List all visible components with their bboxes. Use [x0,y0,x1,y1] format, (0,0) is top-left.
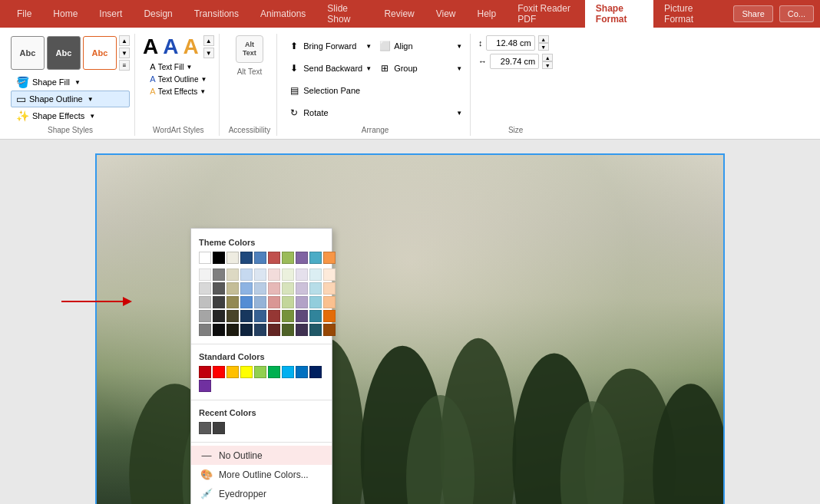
eyedropper-item[interactable]: 💉 Eyedropper [191,484,332,503]
tab-slideshow[interactable]: Slide Show [316,0,373,28]
tab-foxit[interactable]: Foxit Reader PDF [507,0,585,28]
theme-tint-swatch[interactable] [240,310,253,322]
group-button[interactable]: ⊞ Group ▼ [375,58,465,79]
theme-tint-swatch[interactable] [240,296,253,308]
theme-tint-swatch[interactable] [254,268,266,281]
standard-swatch[interactable] [199,380,211,392]
shape-style-2[interactable]: Abc [47,36,81,70]
height-down[interactable]: ▼ [538,43,549,51]
theme-tint-swatch[interactable] [213,282,225,295]
theme-tint-swatch[interactable] [268,268,280,281]
theme-tint-swatch[interactable] [240,324,253,336]
theme-tint-swatch[interactable] [199,296,211,308]
theme-tint-swatch[interactable] [268,282,280,295]
theme-swatch[interactable] [282,252,294,264]
theme-tint-swatch[interactable] [323,296,336,308]
theme-tint-swatch[interactable] [240,268,253,281]
theme-swatch[interactable] [268,252,280,264]
tab-design[interactable]: Design [133,0,183,28]
theme-tint-swatch[interactable] [199,324,211,336]
tab-insert[interactable]: Insert [88,0,133,28]
theme-swatch[interactable] [199,252,211,264]
theme-tint-swatch[interactable] [213,296,225,308]
standard-swatch[interactable] [296,366,308,378]
theme-tint-swatch[interactable] [309,296,322,308]
theme-swatch[interactable] [226,252,239,264]
theme-tint-swatch[interactable] [323,268,336,281]
height-input[interactable] [486,35,535,51]
theme-tint-swatch[interactable] [296,268,308,281]
standard-swatch[interactable] [199,366,211,378]
theme-tint-swatch[interactable] [282,296,294,308]
text-outline-button[interactable]: A Text Outline ▼ [147,74,210,84]
shape-style-1[interactable]: Abc [11,36,45,70]
tab-shape-format[interactable]: Shape Format [585,0,653,28]
theme-tint-swatch[interactable] [296,282,308,295]
standard-swatch[interactable] [213,366,225,378]
tab-picture-format[interactable]: Picture Format [653,0,721,28]
tab-animations[interactable]: Animations [250,0,316,28]
more-outline-colors-item[interactable]: 🎨 More Outline Colors... [191,465,332,484]
tab-help[interactable]: Help [467,0,508,28]
theme-tint-swatch[interactable] [226,310,239,322]
theme-tint-swatch[interactable] [323,282,336,295]
theme-tint-swatch[interactable] [296,296,308,308]
align-button[interactable]: ⬜ Align ▼ [375,35,465,57]
standard-swatch[interactable] [309,366,322,378]
theme-tint-swatch[interactable] [296,310,308,322]
theme-tint-swatch[interactable] [268,296,280,308]
theme-tint-swatch[interactable] [323,324,336,336]
standard-swatch[interactable] [254,366,266,378]
standard-swatch[interactable] [268,366,280,378]
theme-tint-swatch[interactable] [226,324,239,336]
theme-tint-swatch[interactable] [268,310,280,322]
shape-outline-button[interactable]: ▭ Shape Outline ▼ [11,91,130,107]
theme-tint-swatch[interactable] [282,324,294,336]
shape-style-3[interactable]: Abc [83,36,117,70]
width-down[interactable]: ▼ [542,61,553,69]
recent-swatch[interactable] [213,422,225,434]
theme-tint-swatch[interactable] [296,324,308,336]
theme-tint-swatch[interactable] [254,282,266,295]
no-outline-item[interactable]: — No Outline [191,446,332,465]
width-input[interactable] [490,54,539,69]
theme-swatch[interactable] [296,252,308,264]
standard-swatch[interactable] [226,366,239,378]
theme-tint-swatch[interactable] [309,310,322,322]
theme-tint-swatch[interactable] [323,310,336,322]
theme-tint-swatch[interactable] [254,310,266,322]
send-backward-button[interactable]: ⬇ Send Backward ▼ [285,58,375,79]
co-button[interactable]: Co... [779,5,814,22]
theme-tint-swatch[interactable] [282,268,294,281]
width-up[interactable]: ▲ [542,54,553,61]
theme-tint-swatch[interactable] [226,296,239,308]
wordart-down[interactable]: ▼ [203,48,214,58]
theme-tint-swatch[interactable] [254,324,266,336]
shape-style-more[interactable]: ≡ [119,60,130,71]
theme-swatch[interactable] [213,252,225,264]
height-up[interactable]: ▲ [538,35,549,43]
bring-forward-button[interactable]: ⬆ Bring Forward ▼ [285,35,375,57]
theme-tint-swatch[interactable] [268,324,280,336]
theme-swatch[interactable] [323,252,336,264]
theme-tint-swatch[interactable] [226,268,239,281]
shape-effects-button[interactable]: ✨ Shape Effects ▼ [11,107,130,124]
selection-pane-button[interactable]: ▤ Selection Pane [285,80,465,101]
tab-file[interactable]: File [6,0,42,28]
theme-tint-swatch[interactable] [240,282,253,295]
standard-swatch[interactable] [240,366,253,378]
tab-view[interactable]: View [425,0,467,28]
shape-style-down[interactable]: ▼ [119,48,130,58]
theme-tint-swatch[interactable] [309,324,322,336]
theme-tint-swatch[interactable] [254,296,266,308]
theme-tint-swatch[interactable] [199,268,211,281]
recent-swatch[interactable] [199,422,211,434]
tab-home[interactable]: Home [42,0,88,28]
theme-swatch[interactable] [254,252,266,264]
tab-transitions[interactable]: Transitions [184,0,250,28]
theme-tint-swatch[interactable] [309,282,322,295]
text-fill-button[interactable]: A Text Fill ▼ [147,61,210,72]
standard-swatch[interactable] [282,366,294,378]
theme-tint-swatch[interactable] [226,282,239,295]
theme-tint-swatch[interactable] [199,282,211,295]
